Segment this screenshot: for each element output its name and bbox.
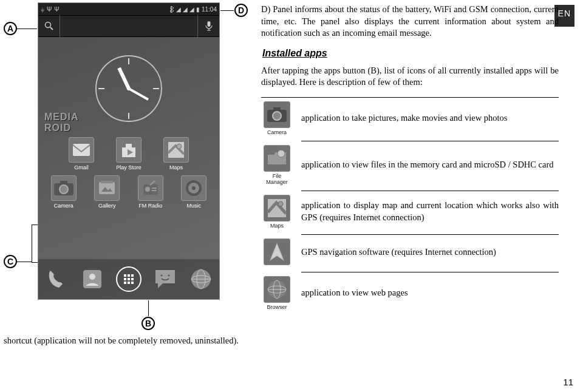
app-label: Gmail bbox=[63, 164, 100, 171]
signal-icon: ◢ bbox=[189, 6, 194, 13]
status-time: 11:04 bbox=[202, 6, 217, 13]
svg-rect-2 bbox=[207, 21, 210, 27]
svg-rect-32 bbox=[128, 274, 130, 277]
lead-line bbox=[220, 10, 234, 11]
svg-rect-11 bbox=[73, 144, 90, 156]
svg-rect-33 bbox=[131, 274, 134, 277]
svg-line-8 bbox=[119, 68, 129, 89]
search-bar bbox=[38, 15, 219, 37]
app-desc-text: application to view files in the memory … bbox=[301, 159, 559, 171]
svg-point-48 bbox=[273, 112, 281, 120]
svg-line-9 bbox=[129, 89, 148, 100]
navigation-icon bbox=[264, 238, 290, 265]
app-desc-camera: Camera application to take pictures, mak… bbox=[261, 101, 559, 139]
maps-icon bbox=[264, 195, 290, 221]
app-icon-camera: Camera bbox=[46, 175, 82, 209]
signal-icon: ◢ bbox=[183, 6, 188, 13]
icon-label: Browser bbox=[261, 304, 293, 310]
svg-marker-52 bbox=[270, 243, 284, 261]
lead-line bbox=[32, 225, 32, 262]
app-desc-text: GPS navigation software (requires Intern… bbox=[301, 246, 559, 259]
svg-point-14 bbox=[177, 144, 182, 149]
lead-line bbox=[17, 262, 32, 262]
icon-label: Camera bbox=[261, 129, 293, 135]
app-label: FM Radio bbox=[132, 203, 169, 209]
app-grid: Gmail Play Store Maps Camera Gallery bbox=[38, 133, 219, 209]
svg-rect-25 bbox=[152, 190, 157, 191]
svg-rect-34 bbox=[124, 278, 126, 280]
svg-point-23 bbox=[145, 187, 150, 192]
svg-rect-16 bbox=[60, 181, 67, 184]
phone-screenshot: ⏚ Ψ Ψ ◢ ◢ ◢ ▮ 11:04 bbox=[38, 2, 220, 300]
fragment-text: shortcut (application will not be comple… bbox=[4, 335, 259, 347]
callout-b: B bbox=[141, 317, 155, 330]
dock-browser-icon bbox=[186, 265, 216, 294]
svg-line-22 bbox=[150, 181, 155, 185]
lead-line bbox=[17, 29, 37, 29]
svg-rect-18 bbox=[99, 182, 115, 194]
svg-rect-38 bbox=[128, 282, 130, 284]
panel-d-paragraph: D) Panel informs about the status of the… bbox=[261, 4, 559, 39]
search-icon bbox=[38, 15, 60, 37]
divider bbox=[301, 191, 559, 191]
usb-icon: Ψ bbox=[54, 6, 59, 13]
svg-point-41 bbox=[168, 275, 169, 277]
svg-point-28 bbox=[192, 186, 196, 190]
bluetooth-icon bbox=[169, 6, 174, 13]
divider bbox=[301, 141, 559, 141]
app-icon-gallery: Gallery bbox=[89, 175, 125, 209]
svg-line-1 bbox=[50, 27, 53, 30]
callout-c: C bbox=[4, 255, 17, 268]
callout-d: D bbox=[234, 4, 248, 17]
browser-icon bbox=[264, 276, 290, 303]
icon-label: File Manager bbox=[261, 173, 293, 185]
app-desc-filemanager: File Manager application to view files i… bbox=[261, 145, 559, 189]
page-number: 11 bbox=[563, 377, 573, 387]
svg-rect-19 bbox=[101, 181, 113, 183]
svg-rect-24 bbox=[152, 188, 157, 189]
dock-contacts-icon bbox=[78, 265, 107, 294]
app-label: Play Store bbox=[111, 164, 147, 171]
svg-rect-39 bbox=[131, 282, 134, 284]
divider bbox=[301, 272, 559, 272]
battery-icon: ▮ bbox=[196, 6, 200, 13]
app-label: Maps bbox=[158, 164, 194, 171]
dock-messaging-icon bbox=[151, 265, 180, 294]
app-icon-gmail: Gmail bbox=[63, 137, 100, 171]
app-desc-navigation: GPS navigation software (requires Intern… bbox=[261, 238, 559, 270]
svg-rect-37 bbox=[124, 282, 126, 284]
installed-apps-heading: Installed apps bbox=[262, 48, 559, 59]
usb-icon: Ψ bbox=[47, 6, 52, 13]
svg-point-30 bbox=[89, 274, 95, 280]
app-icon-fmradio: FM Radio bbox=[132, 175, 169, 209]
dock bbox=[38, 259, 219, 299]
installed-apps-body: After tapping the apps button (B), list … bbox=[261, 65, 559, 89]
folder-icon bbox=[264, 145, 290, 172]
lead-line bbox=[32, 225, 38, 225]
app-icon-playstore: Play Store bbox=[111, 137, 147, 171]
app-label: Gallery bbox=[89, 203, 125, 209]
svg-point-40 bbox=[160, 275, 162, 277]
svg-rect-47 bbox=[273, 107, 281, 111]
right-column: D) Panel informs about the status of the… bbox=[261, 4, 559, 314]
divider bbox=[301, 234, 559, 235]
callout-a: A bbox=[4, 22, 17, 35]
svg-point-51 bbox=[278, 201, 283, 206]
status-bar: ⏚ Ψ Ψ ◢ ◢ ◢ ▮ 11:04 bbox=[38, 3, 219, 15]
microphone-icon bbox=[197, 15, 219, 37]
app-label: Camera bbox=[46, 203, 82, 209]
svg-point-0 bbox=[45, 22, 50, 28]
svg-point-49 bbox=[278, 150, 285, 157]
usb-icon: ⏚ bbox=[41, 6, 44, 13]
app-icon-music: Music bbox=[176, 175, 212, 209]
app-desc-maps: Maps application to display map and curr… bbox=[261, 195, 559, 232]
app-label: Music bbox=[176, 203, 212, 209]
divider bbox=[261, 97, 559, 98]
app-desc-text: application to view web pages bbox=[301, 287, 559, 299]
camera-icon bbox=[264, 101, 290, 128]
dock-apps-button bbox=[114, 265, 143, 294]
svg-point-10 bbox=[127, 87, 131, 90]
app-desc-text: application to display map and current l… bbox=[301, 200, 559, 223]
app-desc-browser: Browser application to view web pages bbox=[261, 276, 559, 314]
svg-point-17 bbox=[60, 185, 68, 194]
